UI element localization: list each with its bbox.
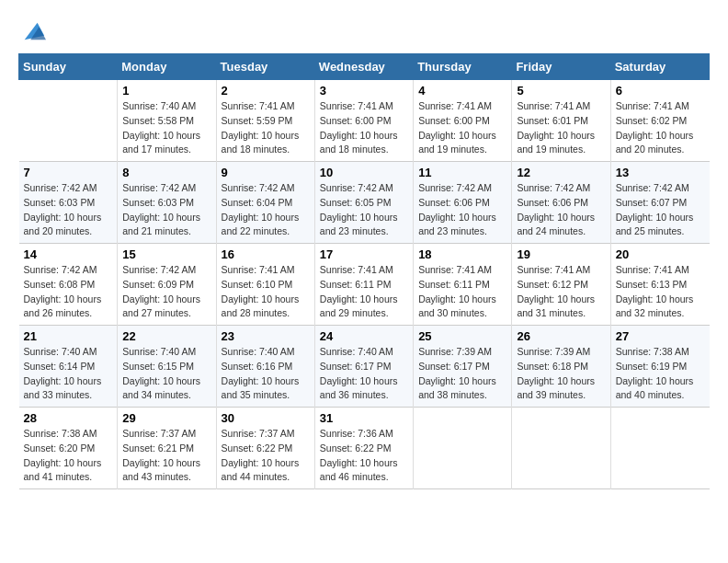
day-number: 15 bbox=[122, 247, 210, 261]
weekday-header: Monday bbox=[118, 54, 216, 80]
calendar-cell: 17Sunrise: 7:41 AM Sunset: 6:11 PM Dayli… bbox=[314, 244, 413, 326]
calendar-cell: 27Sunrise: 7:38 AM Sunset: 6:19 PM Dayli… bbox=[610, 326, 709, 408]
calendar-week-row: 14Sunrise: 7:42 AM Sunset: 6:08 PM Dayli… bbox=[19, 244, 710, 326]
day-number: 30 bbox=[222, 411, 310, 425]
day-info: Sunrise: 7:41 AM Sunset: 6:11 PM Dayligh… bbox=[418, 263, 506, 321]
calendar-cell: 28Sunrise: 7:38 AM Sunset: 6:20 PM Dayli… bbox=[19, 408, 118, 489]
calendar-cell: 2Sunrise: 7:41 AM Sunset: 5:59 PM Daylig… bbox=[216, 80, 314, 162]
day-info: Sunrise: 7:42 AM Sunset: 6:03 PM Dayligh… bbox=[122, 181, 210, 239]
day-info: Sunrise: 7:41 AM Sunset: 6:10 PM Dayligh… bbox=[222, 263, 310, 321]
day-info: Sunrise: 7:41 AM Sunset: 6:11 PM Dayligh… bbox=[320, 263, 408, 321]
day-number: 1 bbox=[122, 84, 210, 98]
day-info: Sunrise: 7:38 AM Sunset: 6:19 PM Dayligh… bbox=[616, 345, 705, 403]
day-number: 12 bbox=[517, 166, 605, 179]
calendar-table: SundayMondayTuesdayWednesdayThursdayFrid… bbox=[18, 53, 710, 489]
calendar-week-row: 1Sunrise: 7:40 AM Sunset: 5:58 PM Daylig… bbox=[19, 80, 710, 162]
calendar-cell: 22Sunrise: 7:40 AM Sunset: 6:15 PM Dayli… bbox=[118, 326, 216, 408]
calendar-cell: 23Sunrise: 7:40 AM Sunset: 6:16 PM Dayli… bbox=[216, 326, 314, 408]
day-number: 8 bbox=[122, 166, 210, 179]
day-number: 11 bbox=[418, 166, 506, 179]
calendar-cell: 26Sunrise: 7:39 AM Sunset: 6:18 PM Dayli… bbox=[512, 326, 610, 408]
calendar-week-row: 21Sunrise: 7:40 AM Sunset: 6:14 PM Dayli… bbox=[19, 326, 710, 408]
calendar-cell: 8Sunrise: 7:42 AM Sunset: 6:03 PM Daylig… bbox=[118, 162, 216, 244]
day-number: 17 bbox=[320, 247, 408, 261]
day-number: 25 bbox=[418, 329, 506, 343]
day-info: Sunrise: 7:41 AM Sunset: 6:00 PM Dayligh… bbox=[418, 99, 506, 157]
day-number: 2 bbox=[222, 84, 310, 98]
calendar-cell: 20Sunrise: 7:41 AM Sunset: 6:13 PM Dayli… bbox=[610, 244, 709, 326]
day-number: 18 bbox=[418, 247, 506, 261]
day-info: Sunrise: 7:41 AM Sunset: 5:59 PM Dayligh… bbox=[222, 99, 310, 157]
logo bbox=[18, 18, 46, 44]
day-number: 16 bbox=[222, 247, 310, 261]
calendar-cell bbox=[19, 80, 118, 162]
day-info: Sunrise: 7:42 AM Sunset: 6:04 PM Dayligh… bbox=[222, 181, 310, 239]
weekday-header: Thursday bbox=[414, 54, 512, 80]
day-number: 31 bbox=[320, 411, 408, 425]
calendar-cell: 31Sunrise: 7:36 AM Sunset: 6:22 PM Dayli… bbox=[314, 408, 413, 489]
calendar-cell: 7Sunrise: 7:42 AM Sunset: 6:03 PM Daylig… bbox=[19, 162, 118, 244]
day-info: Sunrise: 7:39 AM Sunset: 6:18 PM Dayligh… bbox=[517, 345, 605, 403]
header-row: SundayMondayTuesdayWednesdayThursdayFrid… bbox=[19, 54, 710, 80]
day-info: Sunrise: 7:42 AM Sunset: 6:06 PM Dayligh… bbox=[517, 181, 605, 239]
weekday-header: Friday bbox=[512, 54, 610, 80]
page-header bbox=[18, 18, 710, 44]
calendar-cell: 6Sunrise: 7:41 AM Sunset: 6:02 PM Daylig… bbox=[610, 80, 709, 162]
calendar-cell: 4Sunrise: 7:41 AM Sunset: 6:00 PM Daylig… bbox=[414, 80, 512, 162]
calendar-cell: 12Sunrise: 7:42 AM Sunset: 6:06 PM Dayli… bbox=[512, 162, 610, 244]
day-info: Sunrise: 7:42 AM Sunset: 6:03 PM Dayligh… bbox=[24, 181, 113, 239]
day-number: 19 bbox=[517, 247, 605, 261]
day-info: Sunrise: 7:40 AM Sunset: 5:58 PM Dayligh… bbox=[122, 99, 210, 157]
weekday-header: Tuesday bbox=[216, 54, 314, 80]
weekday-header: Wednesday bbox=[314, 54, 413, 80]
calendar-cell: 21Sunrise: 7:40 AM Sunset: 6:14 PM Dayli… bbox=[19, 326, 118, 408]
day-info: Sunrise: 7:40 AM Sunset: 6:17 PM Dayligh… bbox=[320, 345, 408, 403]
day-number: 5 bbox=[517, 84, 605, 98]
day-info: Sunrise: 7:38 AM Sunset: 6:20 PM Dayligh… bbox=[24, 427, 113, 485]
day-number: 23 bbox=[222, 329, 310, 343]
day-number: 3 bbox=[320, 84, 408, 98]
day-info: Sunrise: 7:40 AM Sunset: 6:15 PM Dayligh… bbox=[122, 345, 210, 403]
calendar-cell: 29Sunrise: 7:37 AM Sunset: 6:21 PM Dayli… bbox=[118, 408, 216, 489]
weekday-header: Saturday bbox=[610, 54, 709, 80]
calendar-cell: 13Sunrise: 7:42 AM Sunset: 6:07 PM Dayli… bbox=[610, 162, 709, 244]
day-info: Sunrise: 7:42 AM Sunset: 6:07 PM Dayligh… bbox=[616, 181, 705, 239]
calendar-cell bbox=[414, 408, 512, 489]
day-number: 6 bbox=[616, 84, 705, 98]
calendar-cell bbox=[610, 408, 709, 489]
day-info: Sunrise: 7:41 AM Sunset: 6:12 PM Dayligh… bbox=[517, 263, 605, 321]
day-number: 28 bbox=[24, 411, 113, 425]
day-number: 29 bbox=[122, 411, 210, 425]
day-info: Sunrise: 7:36 AM Sunset: 6:22 PM Dayligh… bbox=[320, 427, 408, 485]
day-info: Sunrise: 7:42 AM Sunset: 6:08 PM Dayligh… bbox=[24, 263, 113, 321]
calendar-cell: 11Sunrise: 7:42 AM Sunset: 6:06 PM Dayli… bbox=[414, 162, 512, 244]
calendar-week-row: 7Sunrise: 7:42 AM Sunset: 6:03 PM Daylig… bbox=[19, 162, 710, 244]
day-number: 10 bbox=[320, 166, 408, 179]
calendar-cell: 18Sunrise: 7:41 AM Sunset: 6:11 PM Dayli… bbox=[414, 244, 512, 326]
calendar-cell: 24Sunrise: 7:40 AM Sunset: 6:17 PM Dayli… bbox=[314, 326, 413, 408]
calendar-cell: 15Sunrise: 7:42 AM Sunset: 6:09 PM Dayli… bbox=[118, 244, 216, 326]
day-info: Sunrise: 7:41 AM Sunset: 6:01 PM Dayligh… bbox=[517, 99, 605, 157]
calendar-cell: 9Sunrise: 7:42 AM Sunset: 6:04 PM Daylig… bbox=[216, 162, 314, 244]
calendar-cell: 14Sunrise: 7:42 AM Sunset: 6:08 PM Dayli… bbox=[19, 244, 118, 326]
day-info: Sunrise: 7:41 AM Sunset: 6:13 PM Dayligh… bbox=[616, 263, 705, 321]
calendar-cell: 30Sunrise: 7:37 AM Sunset: 6:22 PM Dayli… bbox=[216, 408, 314, 489]
day-info: Sunrise: 7:40 AM Sunset: 6:14 PM Dayligh… bbox=[24, 345, 113, 403]
day-number: 20 bbox=[616, 247, 705, 261]
calendar-cell: 5Sunrise: 7:41 AM Sunset: 6:01 PM Daylig… bbox=[512, 80, 610, 162]
day-info: Sunrise: 7:41 AM Sunset: 6:00 PM Dayligh… bbox=[320, 99, 408, 157]
calendar-cell: 16Sunrise: 7:41 AM Sunset: 6:10 PM Dayli… bbox=[216, 244, 314, 326]
day-number: 14 bbox=[24, 247, 113, 261]
calendar-week-row: 28Sunrise: 7:38 AM Sunset: 6:20 PM Dayli… bbox=[19, 408, 710, 489]
calendar-cell: 25Sunrise: 7:39 AM Sunset: 6:17 PM Dayli… bbox=[414, 326, 512, 408]
weekday-header: Sunday bbox=[19, 54, 118, 80]
day-number: 9 bbox=[222, 166, 310, 179]
calendar-cell: 3Sunrise: 7:41 AM Sunset: 6:00 PM Daylig… bbox=[314, 80, 413, 162]
day-number: 27 bbox=[616, 329, 705, 343]
day-number: 13 bbox=[616, 166, 705, 179]
day-number: 24 bbox=[320, 329, 408, 343]
calendar-cell bbox=[512, 408, 610, 489]
day-info: Sunrise: 7:41 AM Sunset: 6:02 PM Dayligh… bbox=[616, 99, 705, 157]
logo-icon bbox=[20, 18, 46, 44]
day-number: 4 bbox=[418, 84, 506, 98]
